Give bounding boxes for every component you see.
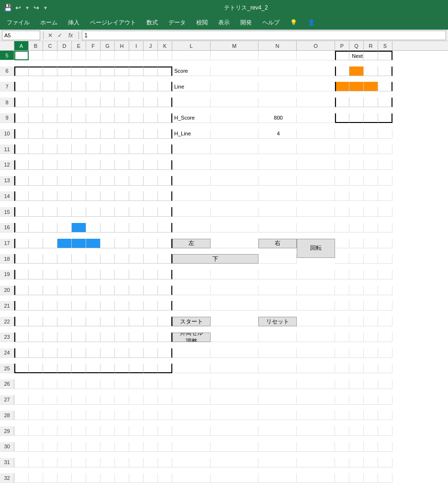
cell-H26[interactable] [115,379,129,389]
cell-B32[interactable] [29,473,43,483]
menu-item-💡[interactable]: 💡 [285,17,302,28]
cell-K19[interactable] [158,270,172,279]
cell-I20[interactable] [129,286,144,295]
cell-R6[interactable] [364,67,378,76]
cell-G27[interactable] [101,395,115,405]
cell-A11[interactable] [14,144,29,154]
titlebar-icons[interactable]: 💾 ↩ ▼ ↪ ▼ [4,4,48,11]
cell-F18[interactable] [86,254,101,264]
cell-S11[interactable] [378,144,392,154]
cell-N22[interactable]: リセット [258,317,297,326]
cell-R29[interactable] [364,426,378,436]
cell-S32[interactable] [378,473,392,483]
cancel-icon[interactable]: ✕ [46,32,54,39]
col-header-C[interactable]: C [43,41,57,50]
cell-E10[interactable] [72,129,86,139]
col-header-K[interactable]: K [158,41,172,50]
cell-Q11[interactable] [349,144,364,154]
cell-R30[interactable] [364,442,378,452]
cell-N24[interactable] [258,348,297,358]
cell-H15[interactable] [115,207,129,217]
cell-O12[interactable] [297,160,335,170]
cell-B25[interactable] [29,364,43,373]
cell-G10[interactable] [101,129,115,139]
cell-M11[interactable] [211,144,258,154]
cell-H20[interactable] [115,286,129,295]
cell-H14[interactable] [115,191,129,201]
cell-R24[interactable] [364,348,378,358]
cell-Q21[interactable] [349,301,364,311]
cell-N14[interactable] [258,191,297,201]
cell-K18[interactable] [158,254,172,264]
cell-O24[interactable] [297,348,335,358]
cell-G7[interactable] [101,82,115,91]
cell-C12[interactable] [43,160,57,170]
cell-P31[interactable] [335,458,349,467]
cell-K32[interactable] [158,473,172,483]
cell-Q26[interactable] [349,379,364,389]
cell-A9[interactable] [14,113,29,123]
cell-S6[interactable] [378,67,392,76]
col-header-G[interactable]: G [101,41,115,50]
cell-E17[interactable] [72,239,86,248]
cell-J26[interactable] [144,379,158,389]
cell-O23[interactable] [297,333,335,342]
cell-O13[interactable] [297,176,335,186]
cell-D22[interactable] [57,317,72,326]
cell-J20[interactable] [144,286,158,295]
cell-I8[interactable] [129,98,144,107]
cell-N11[interactable] [258,144,297,154]
cell-R9[interactable] [364,113,378,123]
cell-M12[interactable] [211,160,258,170]
cell-L27[interactable] [172,395,211,405]
cell-S5[interactable] [378,51,392,60]
cell-D9[interactable] [57,113,72,123]
cell-G17[interactable] [101,239,115,248]
cell-C16[interactable] [43,223,57,233]
cell-M9[interactable] [211,113,258,123]
cell-K16[interactable] [158,223,172,233]
cell-B20[interactable] [29,286,43,295]
fx-icon[interactable]: fx [66,32,76,39]
cell-F6[interactable] [86,67,101,76]
cell-A22[interactable] [14,317,29,326]
cell-Q22[interactable] [349,317,364,326]
cell-O14[interactable] [297,191,335,201]
cell-N15[interactable] [258,207,297,217]
cell-Q20[interactable] [349,286,364,295]
cell-N13[interactable] [258,176,297,186]
cell-J27[interactable] [144,395,158,405]
cell-Q15[interactable] [349,207,364,217]
cell-L17[interactable]: 左 [172,239,211,248]
cell-P29[interactable] [335,426,349,436]
col-header-M[interactable]: M [211,41,258,50]
cell-B9[interactable] [29,113,43,123]
cell-R28[interactable] [364,411,378,420]
cell-M14[interactable] [211,191,258,201]
cell-B24[interactable] [29,348,43,358]
cell-L5[interactable] [172,51,211,60]
col-header-I[interactable]: I [129,41,144,50]
col-header-Q[interactable]: Q [349,41,364,50]
cell-L28[interactable] [172,411,211,420]
cell-H10[interactable] [115,129,129,139]
cell-I21[interactable] [129,301,144,311]
cell-J13[interactable] [144,176,158,186]
cell-L14[interactable] [172,191,211,201]
cell-O28[interactable] [297,411,335,420]
cell-K31[interactable] [158,458,172,467]
cell-J18[interactable] [144,254,158,264]
undo-icon[interactable]: ↩ [14,4,22,11]
cell-C13[interactable] [43,176,57,186]
cell-O8[interactable] [297,98,335,107]
cell-R16[interactable] [364,223,378,233]
cell-S25[interactable] [378,364,392,373]
cell-A8[interactable] [14,98,29,107]
cell-A18[interactable] [14,254,29,264]
cell-D32[interactable] [57,473,72,483]
cell-I9[interactable] [129,113,144,123]
cell-D21[interactable] [57,301,72,311]
cell-C26[interactable] [43,379,57,389]
cell-F29[interactable] [86,426,101,436]
cell-Q7[interactable] [349,82,364,91]
